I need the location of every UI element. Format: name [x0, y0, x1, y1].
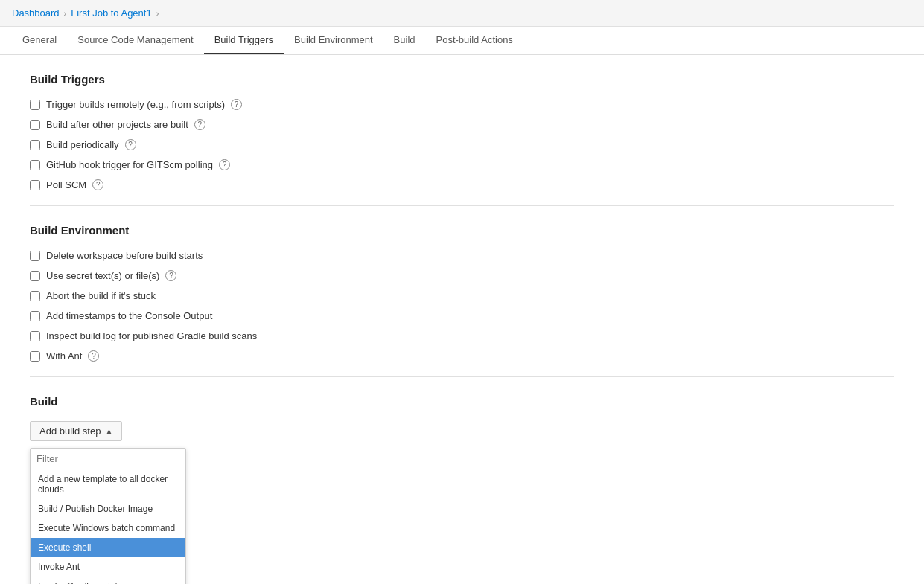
trigger-remote-checkbox[interactable] [30, 100, 40, 110]
env-secret-text-help[interactable]: ? [165, 270, 176, 281]
build-section: Build Add build step ▲ Add a new templat… [30, 395, 894, 441]
dropdown-item-invoke-gradle[interactable]: Invoke Gradle script [31, 577, 185, 584]
trigger-github-row: GitHub hook trigger for GITScm polling ? [30, 159, 894, 170]
trigger-poll-label: Poll SCM [46, 179, 86, 190]
tab-post-build[interactable]: Post-build Actions [426, 27, 523, 54]
trigger-remote-row: Trigger builds remotely (e.g., from scri… [30, 99, 894, 110]
add-build-step-button[interactable]: Add build step ▲ [30, 421, 122, 441]
add-build-step-label: Add build step [39, 426, 101, 437]
env-secret-text-checkbox[interactable] [30, 271, 40, 281]
trigger-github-label: GitHub hook trigger for GITScm polling [46, 159, 213, 170]
divider-2 [30, 376, 894, 377]
trigger-after-projects-help[interactable]: ? [194, 119, 205, 130]
divider-1 [30, 205, 894, 206]
trigger-poll-help[interactable]: ? [92, 179, 103, 190]
dropdown-item-docker-template[interactable]: Add a new template to all docker clouds [31, 469, 185, 499]
breadcrumb: Dashboard › First Job to Agent1 › [0, 0, 924, 27]
trigger-periodic-help[interactable]: ? [125, 139, 136, 150]
env-delete-workspace-row: Delete workspace before build starts [30, 250, 894, 261]
dropdown-item-execute-shell[interactable]: Execute shell [31, 538, 185, 557]
env-abort-stuck-row: Abort the build if it's stuck [30, 290, 894, 301]
env-with-ant-checkbox[interactable] [30, 351, 40, 362]
build-environment-title: Build Environment [30, 224, 894, 237]
env-abort-stuck-label: Abort the build if it's stuck [46, 290, 156, 301]
trigger-remote-label: Trigger builds remotely (e.g., from scri… [46, 99, 225, 110]
trigger-remote-help[interactable]: ? [231, 99, 242, 110]
breadcrumb-sep-1: › [64, 9, 67, 18]
trigger-github-checkbox[interactable] [30, 160, 40, 170]
dropdown-item-docker-image[interactable]: Build / Publish Docker Image [31, 499, 185, 519]
tab-build-triggers[interactable]: Build Triggers [204, 27, 284, 54]
dropdown-item-windows-batch[interactable]: Execute Windows batch command [31, 519, 185, 538]
main-content: Build Triggers Trigger builds remotely (… [0, 55, 924, 584]
dropdown-item-invoke-ant[interactable]: Invoke Ant [31, 557, 185, 577]
trigger-github-help[interactable]: ? [219, 159, 230, 170]
env-gradle-scans-label: Inspect build log for published Gradle b… [46, 330, 257, 341]
env-secret-text-label: Use secret text(s) or file(s) [46, 270, 159, 281]
env-with-ant-label: With Ant [46, 350, 82, 362]
tab-general[interactable]: General [12, 27, 67, 54]
trigger-after-projects-row: Build after other projects are built ? [30, 119, 894, 130]
trigger-poll-row: Poll SCM ? [30, 179, 894, 190]
env-with-ant-help[interactable]: ? [88, 350, 99, 362]
tabs-bar: General Source Code Management Build Tri… [0, 27, 924, 55]
build-step-dropdown: Add a new template to all docker clouds … [30, 448, 186, 584]
env-gradle-scans-checkbox[interactable] [30, 331, 40, 341]
env-gradle-scans-row: Inspect build log for published Gradle b… [30, 330, 894, 341]
breadcrumb-job[interactable]: First Job to Agent1 [71, 7, 151, 19]
build-title: Build [30, 395, 894, 408]
build-triggers-section: Build Triggers Trigger builds remotely (… [30, 73, 894, 190]
build-triggers-title: Build Triggers [30, 73, 894, 86]
env-delete-workspace-label: Delete workspace before build starts [46, 250, 203, 261]
trigger-periodic-checkbox[interactable] [30, 140, 40, 150]
env-secret-text-row: Use secret text(s) or file(s) ? [30, 270, 894, 281]
trigger-periodic-row: Build periodically ? [30, 139, 894, 150]
env-abort-stuck-checkbox[interactable] [30, 291, 40, 301]
build-environment-section: Build Environment Delete workspace befor… [30, 224, 894, 362]
breadcrumb-sep-2: › [156, 9, 159, 18]
env-timestamps-row: Add timestamps to the Console Output [30, 310, 894, 321]
tab-build[interactable]: Build [383, 27, 426, 54]
breadcrumb-dashboard[interactable]: Dashboard [12, 7, 60, 19]
trigger-periodic-label: Build periodically [46, 139, 119, 150]
env-timestamps-label: Add timestamps to the Console Output [46, 310, 212, 321]
dropdown-filter-input[interactable] [31, 449, 185, 469]
dropdown-arrow-icon: ▲ [105, 427, 112, 435]
trigger-poll-checkbox[interactable] [30, 180, 40, 190]
add-build-step-wrapper: Add build step ▲ Add a new template to a… [30, 421, 122, 441]
env-timestamps-checkbox[interactable] [30, 311, 40, 321]
trigger-after-projects-checkbox[interactable] [30, 120, 40, 130]
trigger-after-projects-label: Build after other projects are built [46, 119, 188, 130]
tab-source-code[interactable]: Source Code Management [67, 27, 203, 54]
env-with-ant-row: With Ant ? [30, 350, 894, 362]
dropdown-list: Add a new template to all docker clouds … [31, 469, 185, 584]
tab-build-environment[interactable]: Build Environment [284, 27, 383, 54]
env-delete-workspace-checkbox[interactable] [30, 251, 40, 261]
